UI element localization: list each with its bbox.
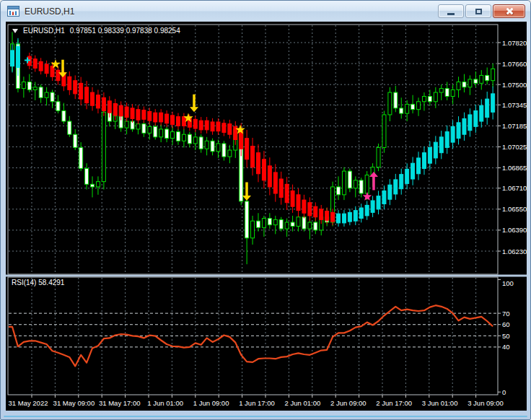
svg-text:1.07660: 1.07660 [502,60,527,68]
candle-body [27,82,31,90]
candle-body [22,82,25,89]
candle-body [85,168,89,184]
candle-body [359,180,363,193]
candle-body [245,201,249,238]
ha-body [291,191,294,206]
ha-body [79,83,83,99]
candle-body [228,150,232,157]
chart-ohlc-label: EURUSD,H1 0.97851 0.98339 0.97838 0.9825… [12,27,180,35]
ha-body [320,209,323,220]
ha-body [371,201,374,212]
candle-body [434,92,437,102]
svg-text:31 May 2022: 31 May 2022 [9,399,48,407]
candle-body [51,92,54,102]
ha-body [262,159,266,180]
svg-text:1 Jun 17:00: 1 Jun 17:00 [239,399,275,407]
svg-text:0: 0 [502,388,506,396]
candle-body [56,102,60,111]
candle-body [222,144,226,157]
ha-body [193,119,197,128]
candle-body [154,126,157,137]
candle-body [268,219,271,225]
candle-body [486,75,489,80]
candle-body [422,97,426,102]
ha-body [222,123,226,133]
candle-body [417,102,421,110]
minimize-button[interactable] [438,4,464,18]
candle-body [62,111,66,122]
ha-body [199,121,203,130]
candle-body [216,144,220,152]
ha-body [377,196,380,209]
candle-body [297,217,300,227]
candle-body [382,115,386,147]
ha-body [348,212,351,222]
svg-text:1.07345: 1.07345 [502,101,527,109]
ha-body [337,214,341,223]
svg-text:1.07820: 1.07820 [502,39,527,47]
minimize-icon [447,13,455,15]
svg-text:100: 100 [502,279,514,287]
ha-body [411,163,415,179]
chart-symbol-label: EURUSD,H1 [23,27,65,35]
chart-client-area[interactable]: 1.078201.076601.075001.073451.071851.070… [6,22,527,411]
ha-body [422,153,426,169]
candle-body [251,221,255,238]
candle-body [302,217,306,229]
candle-body [142,124,146,134]
svg-text:1.06230: 1.06230 [502,248,527,255]
ha-body [74,81,77,94]
candle-body [45,92,48,97]
svg-text:60: 60 [502,320,510,328]
ha-body [136,110,140,121]
panel-separator[interactable] [6,275,527,277]
candle-body [337,187,341,195]
candle-body [256,221,260,227]
ha-body [468,115,472,131]
svg-text:1.06865: 1.06865 [502,164,527,172]
ha-body [359,208,363,219]
svg-text:70: 70 [502,310,510,318]
ha-body [491,94,495,112]
candle-body [411,104,415,109]
svg-text:1.07025: 1.07025 [502,143,527,151]
ha-body [445,132,449,148]
ha-body [245,139,249,159]
window-title: EURUSD,H1 [25,6,74,17]
svg-text:2 Jun 01:00: 2 Jun 01:00 [285,399,321,407]
svg-text:1.07500: 1.07500 [502,81,527,89]
ha-body [176,117,180,126]
title-bar[interactable]: EURUSD,H1 [1,1,530,22]
ha-body [417,158,421,174]
candle-body [342,171,346,195]
ha-body [39,61,43,71]
ha-body [256,153,260,174]
ha-body [474,111,478,127]
maximize-button[interactable] [465,4,491,18]
close-button[interactable] [493,4,525,18]
candle-body [285,222,289,229]
candle-body [480,75,483,83]
candle-body [39,87,43,98]
candle-body [405,104,409,113]
ha-body [354,211,357,222]
ha-body [45,64,48,74]
collapse-triangle-icon[interactable] [12,29,18,33]
candle-body [273,219,277,224]
candle-body [468,79,472,87]
candle-body [474,79,478,83]
ha-body [33,59,37,69]
candle-body [314,222,317,230]
chart-canvas[interactable]: 1.078201.076601.075001.073451.071851.070… [6,22,527,411]
ha-body [279,179,283,197]
candle-body [136,124,140,129]
ha-body [85,87,89,103]
ha-body [331,212,335,222]
svg-text:31 May 09:00: 31 May 09:00 [53,399,95,407]
svg-text:1.07185: 1.07185 [502,122,527,130]
ha-body [428,147,431,163]
ha-body [325,211,329,221]
ha-body [131,108,134,119]
candle-body [445,89,449,97]
ha-body [171,115,175,125]
